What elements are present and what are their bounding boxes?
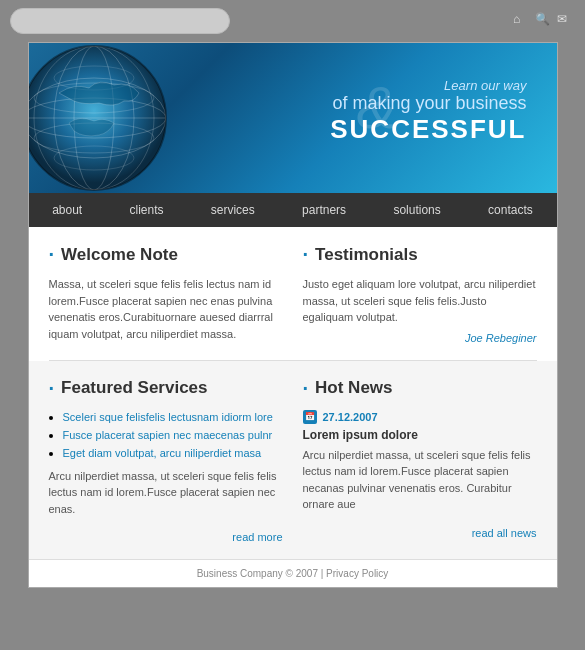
nav-solutions[interactable]: solutions bbox=[381, 193, 452, 227]
hero-successful-text: SUCCESSFUL bbox=[330, 114, 526, 145]
top-icons: ⌂ 🔍 ✉ bbox=[513, 12, 573, 28]
testimonials-body: Justo eget aliquam lore volutpat, arcu n… bbox=[303, 276, 537, 326]
hero-making-text: of making your business bbox=[330, 93, 526, 114]
top-bar: ⌂ 🔍 ✉ bbox=[0, 0, 585, 42]
service-link-1[interactable]: Sceleri sque felisfelis lectusnam idiorm… bbox=[63, 411, 273, 423]
hero-text: Learn our way of making your business SU… bbox=[330, 78, 526, 145]
news-headline: Lorem ipsum dolore bbox=[303, 428, 537, 442]
testimonials-bullet: · bbox=[303, 243, 309, 266]
featured-title: · Featured Services bbox=[49, 377, 283, 400]
home-icon[interactable]: ⌂ bbox=[513, 12, 529, 28]
service-link-2[interactable]: Fusce placerat sapien nec maecenas pulnr bbox=[63, 429, 273, 441]
nav-services[interactable]: services bbox=[199, 193, 267, 227]
hot-news-section: · Hot News 📅 27.12.2007 Lorem ipsum dolo… bbox=[303, 377, 537, 544]
testimonial-author: Joe Rebeginer bbox=[303, 332, 537, 344]
welcome-bullet: · bbox=[49, 243, 55, 266]
globe-graphic bbox=[29, 43, 199, 193]
site-footer: Business Company © 2007 | Privacy Policy bbox=[29, 559, 557, 587]
read-all-news-link[interactable]: read all news bbox=[472, 527, 537, 539]
testimonials-section: · Testimonials Justo eget aliquam lore v… bbox=[303, 243, 537, 344]
service-link-3[interactable]: Eget diam volutpat, arcu niliperdiet mas… bbox=[63, 447, 262, 459]
services-list: Sceleri sque felisfelis lectusnam idiorm… bbox=[49, 410, 283, 460]
news-bullet: · bbox=[303, 377, 309, 400]
nav-about[interactable]: about bbox=[40, 193, 94, 227]
nav-contacts[interactable]: contacts bbox=[476, 193, 545, 227]
hero-learn-text: Learn our way bbox=[330, 78, 526, 93]
list-item: Sceleri sque felisfelis lectusnam idiorm… bbox=[63, 410, 283, 424]
news-date-row: 📅 27.12.2007 bbox=[303, 410, 537, 424]
calendar-icon: 📅 bbox=[303, 410, 317, 424]
site-container: & Learn our way of making your business … bbox=[28, 42, 558, 588]
featured-body: Arcu nilperdiet massa, ut sceleri sque f… bbox=[49, 468, 283, 518]
outer-wrapper: ⌂ 🔍 ✉ bbox=[0, 0, 585, 650]
privacy-policy-link[interactable]: Privacy Policy bbox=[326, 568, 388, 579]
nav-clients[interactable]: clients bbox=[117, 193, 175, 227]
news-body: Arcu nilperdiet massa, ut sceleri sque f… bbox=[303, 447, 537, 513]
welcome-section: · Welcome Note Massa, ut sceleri sque fe… bbox=[49, 243, 283, 344]
testimonials-title: · Testimonials bbox=[303, 243, 537, 266]
search-icon[interactable]: 🔍 bbox=[535, 12, 551, 28]
welcome-body: Massa, ut sceleri sque felis felis lectu… bbox=[49, 276, 283, 342]
footer-copyright: Business Company © 2007 | bbox=[197, 568, 324, 579]
nav-partners[interactable]: partners bbox=[290, 193, 358, 227]
search-input[interactable] bbox=[10, 8, 230, 34]
hero-banner: & Learn our way of making your business … bbox=[29, 43, 557, 193]
hot-news-title: · Hot News bbox=[303, 377, 537, 400]
news-date: 27.12.2007 bbox=[323, 411, 378, 423]
mail-icon[interactable]: ✉ bbox=[557, 12, 573, 28]
nav-bar: about clients services partners solution… bbox=[29, 193, 557, 227]
list-item: Eget diam volutpat, arcu niliperdiet mas… bbox=[63, 446, 283, 460]
welcome-title: · Welcome Note bbox=[49, 243, 283, 266]
featured-bullet: · bbox=[49, 377, 55, 400]
featured-services-section: · Featured Services Sceleri sque felisfe… bbox=[49, 377, 283, 544]
bottom-content: · Featured Services Sceleri sque felisfe… bbox=[29, 361, 557, 560]
list-item: Fusce placerat sapien nec maecenas pulnr bbox=[63, 428, 283, 442]
main-content: · Welcome Note Massa, ut sceleri sque fe… bbox=[29, 227, 557, 360]
read-more-link[interactable]: read more bbox=[232, 531, 282, 543]
